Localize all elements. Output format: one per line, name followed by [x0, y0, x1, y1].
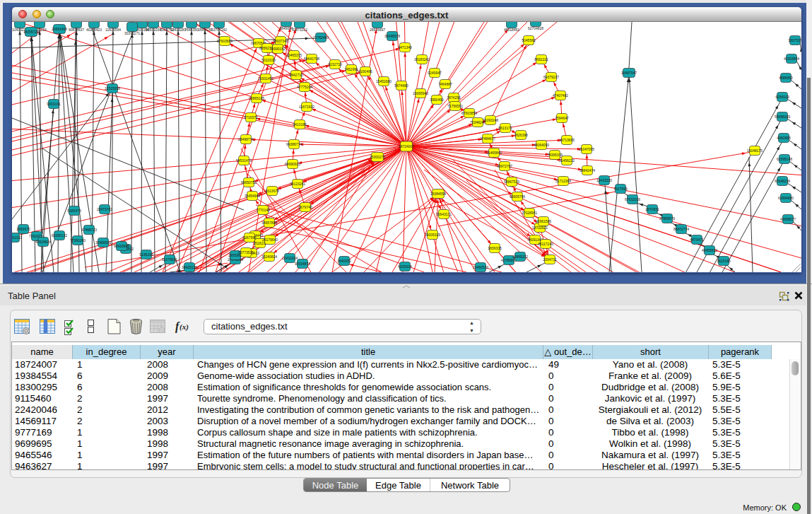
svg-text:18724007: 18724007: [399, 144, 414, 148]
svg-text:99650752: 99650752: [241, 180, 257, 185]
svg-text:21456232: 21456232: [559, 158, 575, 163]
svg-text:93534874: 93534874: [295, 262, 310, 266]
svg-text:27028951: 27028951: [522, 211, 537, 215]
svg-text:43303654: 43303654: [784, 57, 799, 61]
svg-text:9136193: 9136193: [139, 252, 153, 257]
svg-text:9413186: 9413186: [293, 122, 307, 127]
svg-text:65648236: 65648236: [775, 179, 790, 183]
svg-text:21465840: 21465840: [486, 151, 502, 155]
svg-text:77360260: 77360260: [70, 238, 86, 243]
svg-text:20691406: 20691406: [52, 27, 67, 31]
svg-text:71093248: 71093248: [483, 118, 498, 122]
svg-text:12411824: 12411824: [282, 256, 298, 260]
svg-text:7826398: 7826398: [514, 133, 528, 137]
svg-text:16048175: 16048175: [747, 148, 763, 153]
svg-text:2004711: 2004711: [543, 257, 556, 262]
svg-text:0679740: 0679740: [298, 205, 312, 209]
svg-text:8313678: 8313678: [265, 189, 279, 193]
svg-text:64641708: 64641708: [304, 57, 319, 61]
svg-text:38346578: 38346578: [384, 34, 400, 38]
svg-text:8613171: 8613171: [498, 126, 512, 130]
svg-text:87603859: 87603859: [461, 111, 477, 115]
svg-text:36713695: 36713695: [559, 138, 575, 142]
svg-text:7452991: 7452991: [344, 67, 358, 71]
svg-text:6025634: 6025634: [398, 264, 412, 269]
svg-text:20465375: 20465375: [286, 53, 302, 57]
svg-text:86872774: 86872774: [673, 227, 689, 231]
svg-text:9301031: 9301031: [47, 102, 61, 106]
svg-text:67632016: 67632016: [625, 197, 640, 201]
svg-text:16487947: 16487947: [621, 71, 637, 75]
svg-text:51712368: 51712368: [555, 179, 571, 183]
svg-text:22782489: 22782489: [313, 35, 329, 40]
svg-text:4586850: 4586850: [779, 76, 793, 80]
svg-text:34957885: 34957885: [261, 221, 277, 225]
svg-text:26916697: 26916697: [370, 28, 385, 32]
svg-text:8267586: 8267586: [242, 235, 257, 240]
svg-text:29973763: 29973763: [97, 207, 112, 211]
svg-text:9232719: 9232719: [328, 62, 342, 66]
svg-text:53773515: 53773515: [238, 250, 254, 255]
svg-text:26179640: 26179640: [262, 238, 278, 242]
svg-text:49972787: 49972787: [497, 164, 512, 168]
svg-text:34123281: 34123281: [290, 182, 305, 186]
svg-text:11671902: 11671902: [299, 105, 314, 109]
svg-text:7874296: 7874296: [447, 95, 461, 100]
svg-text:95931034: 95931034: [146, 28, 161, 32]
svg-text:5183473: 5183473: [67, 209, 81, 213]
svg-text:99386774: 99386774: [286, 142, 302, 146]
svg-text:0842710: 0842710: [289, 73, 303, 77]
svg-text:0249947: 0249947: [428, 71, 442, 75]
svg-text:10651333: 10651333: [12, 235, 22, 240]
svg-text:5674680: 5674680: [394, 83, 408, 88]
svg-text:43534624: 43534624: [35, 240, 51, 244]
svg-text:31931491: 31931491: [258, 76, 273, 81]
svg-text:48018451: 48018451: [504, 28, 519, 32]
svg-text:53419283: 53419283: [170, 28, 186, 32]
svg-text:3623166: 3623166: [717, 259, 731, 263]
svg-text:13315098: 13315098: [105, 86, 120, 90]
svg-text:15451680: 15451680: [376, 79, 392, 83]
svg-text:20450533: 20450533: [473, 265, 488, 269]
svg-text:4471349: 4471349: [398, 45, 412, 49]
svg-text:1607337: 1607337: [788, 38, 801, 42]
svg-text:7594647: 7594647: [555, 116, 569, 120]
svg-text:5045562: 5045562: [522, 38, 536, 42]
svg-text:16117240: 16117240: [538, 242, 553, 246]
svg-text:39005329: 39005329: [425, 233, 440, 237]
svg-text:64990913: 64990913: [285, 162, 300, 166]
svg-text:43699577: 43699577: [780, 217, 796, 221]
svg-text:90916998: 90916998: [114, 244, 129, 248]
svg-text:1839335: 1839335: [488, 246, 502, 250]
svg-text:4060883: 4060883: [777, 136, 791, 140]
svg-text:28498776: 28498776: [238, 137, 254, 141]
svg-text:(x): (x): [180, 322, 189, 332]
svg-text:50643171: 50643171: [436, 212, 452, 216]
svg-text:74395339: 74395339: [547, 153, 563, 157]
svg-text:11615594: 11615594: [105, 28, 121, 32]
svg-text:6716572: 6716572: [244, 115, 258, 119]
svg-text:05865185: 05865185: [249, 96, 264, 100]
svg-text:51079911: 51079911: [162, 257, 177, 262]
svg-text:14055724: 14055724: [23, 30, 39, 34]
svg-text:19065940: 19065940: [413, 91, 428, 95]
svg-text:35454948: 35454948: [245, 194, 260, 198]
svg-text:61595148: 61595148: [777, 157, 792, 161]
svg-text:36183242: 36183242: [414, 57, 430, 62]
svg-text:15869232: 15869232: [512, 255, 528, 259]
svg-text:27484677: 27484677: [480, 136, 495, 141]
svg-text:62994680: 62994680: [778, 196, 794, 200]
svg-text:15300273: 15300273: [370, 155, 385, 159]
svg-text:30391171: 30391171: [124, 31, 140, 35]
svg-text:90838637: 90838637: [69, 28, 84, 32]
svg-text:47468723: 47468723: [81, 228, 97, 232]
svg-text:58867533: 58867533: [504, 180, 519, 184]
svg-text:62704828: 62704828: [528, 26, 543, 30]
svg-text:4294019: 4294019: [775, 95, 789, 99]
svg-text:55698169: 55698169: [775, 115, 790, 119]
svg-text:44064090: 44064090: [534, 143, 549, 147]
svg-text:2870831: 2870831: [645, 207, 659, 211]
svg-text:58842474: 58842474: [579, 168, 595, 173]
svg-text:3990490: 3990490: [430, 98, 444, 102]
svg-text:43455812: 43455812: [702, 248, 717, 252]
